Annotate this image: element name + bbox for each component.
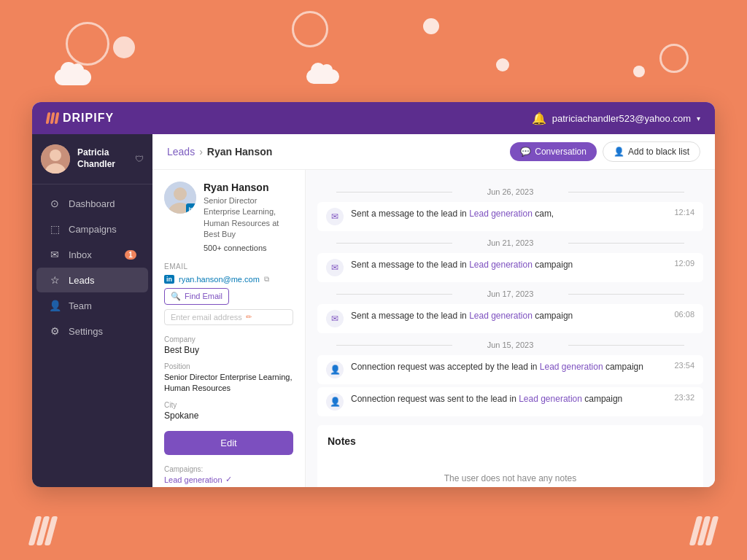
activity-text: Sent a message to the lead in Lead gener… [351, 259, 667, 271]
activity-text: Connection request was accepted by the l… [351, 361, 667, 373]
company-value: Best Buy [164, 345, 293, 355]
logo-stripes [47, 112, 58, 124]
sidebar-item-label: Campaigns [69, 224, 117, 235]
lead-profile-panel: in Ryan Hanson Senior Director Enterpris… [152, 170, 306, 487]
sidebar-nav: ⊙ Dashboard ⬚ Campaigns ✉ Inbox 1 ☆ Lead… [32, 184, 152, 487]
header-right: 🔔 patriciachandler523@yahoo.com ▾ [532, 112, 700, 125]
email-section-label: Email [164, 262, 293, 271]
user-slash-icon: 👤 [614, 147, 624, 157]
lead-avatar: in [164, 182, 196, 214]
logo-text: DRIPIFY [63, 112, 114, 125]
blacklist-label: Add to black list [628, 147, 689, 157]
campaigns-icon: ⬚ [48, 223, 61, 235]
sidebar-item-label: Team [69, 300, 92, 311]
message-icon: ✉ [326, 310, 344, 327]
breadcrumb-current: Ryan Hanson [207, 146, 272, 158]
logo: DRIPIFY [47, 112, 114, 125]
main-layout: Patricia Chandler 🛡 ⊙ Dashboard ⬚ Campai… [32, 134, 715, 487]
sidebar-item-label: Dashboard [69, 198, 115, 209]
inbox-icon: ✉ [48, 249, 61, 260]
edit-button[interactable]: Edit [164, 431, 293, 455]
city-label: City [164, 401, 293, 409]
campaign-link[interactable]: Lead generation [469, 311, 535, 321]
activity-item: 👤 Connection request was accepted by the… [317, 355, 703, 384]
search-icon: 🔍 [171, 292, 181, 301]
notes-empty-text: The user does not have any notes [342, 473, 678, 483]
dashboard-icon: ⊙ [48, 198, 61, 209]
sidebar-item-team[interactable]: 👤 Team [36, 293, 148, 318]
inbox-badge: 1 [125, 250, 136, 260]
copy-icon[interactable]: ⧉ [264, 275, 269, 284]
pencil-icon[interactable]: ✏ [246, 313, 252, 321]
sidebar-item-label: Leads [69, 275, 94, 286]
campaign-link[interactable]: Lead generation [519, 394, 584, 404]
sidebar-item-leads[interactable]: ☆ Leads [36, 268, 148, 292]
lead-title: Senior Director Enterprise Learning, Hum… [204, 195, 293, 241]
settings-icon: ⚙ [48, 325, 61, 337]
notes-empty: The user does not have any notes Add one… [328, 459, 693, 487]
chevron-down-icon[interactable]: ▾ [697, 114, 700, 122]
activity-panel: Jun 26, 2023 ✉ Sent a message to the lea… [306, 170, 715, 487]
leads-icon: ☆ [48, 274, 61, 286]
notes-section: Notes The user does not have any notes A… [317, 425, 703, 487]
message-icon: ✉ [326, 259, 344, 276]
lead-connections: 500+ connections [204, 244, 293, 252]
email-value: ryan.hanson@me.com [179, 275, 260, 284]
breadcrumb-separator: › [199, 146, 203, 158]
notes-title: Notes [328, 435, 693, 447]
activity-item: ✉ Sent a message to the lead in Lead gen… [317, 304, 703, 333]
enter-email-field[interactable]: Enter email address ✏ [164, 309, 293, 325]
sidebar-item-campaigns[interactable]: ⬚ Campaigns [36, 217, 148, 241]
conversation-icon: 💬 [520, 147, 531, 157]
activity-text: Sent a message to the lead in Lead gener… [351, 208, 667, 220]
find-email-button[interactable]: 🔍 Find Email [164, 288, 229, 305]
shield-icon: 🛡 [135, 154, 144, 164]
activity-item: ✉ Sent a message to the lead in Lead gen… [317, 202, 703, 231]
conversation-button[interactable]: 💬 Conversation [510, 142, 597, 161]
check-icon: ✓ [225, 475, 232, 484]
activity-time: 12:09 [674, 259, 694, 268]
linkedin-email-icon: in [164, 275, 174, 284]
activity-time: 06:08 [674, 310, 694, 319]
lead-info: Ryan Hanson Senior Director Enterprise L… [204, 182, 293, 252]
header-email: patriciachandler523@yahoo.com [552, 113, 691, 124]
connection-icon: 👤 [326, 361, 344, 378]
bottom-right-stripes [693, 516, 715, 545]
sidebar-item-inbox[interactable]: ✉ Inbox 1 [36, 242, 148, 267]
svg-point-4 [174, 187, 187, 201]
position-label: Position [164, 362, 293, 370]
date-separator-1: Jun 26, 2023 [317, 187, 703, 196]
team-icon: 👤 [48, 300, 61, 311]
header-actions: 💬 Conversation 👤 Add to black list [510, 141, 700, 162]
message-icon: ✉ [326, 208, 344, 225]
bottom-left-stripes [32, 516, 54, 545]
breadcrumb: Leads › Ryan Hanson [167, 146, 272, 158]
campaign-link[interactable]: Lead generation ✓ [164, 475, 293, 484]
app-container: DRIPIFY 🔔 patriciachandler523@yahoo.com … [32, 102, 715, 487]
company-label: Company [164, 335, 293, 343]
email-placeholder: Enter email address [171, 313, 242, 322]
sidebar-item-label: Settings [69, 326, 103, 337]
date-separator-3: Jun 17, 2023 [317, 289, 703, 298]
sidebar-item-settings[interactable]: ⚙ Settings [36, 319, 148, 343]
sidebar-item-dashboard[interactable]: ⊙ Dashboard [36, 191, 148, 216]
blacklist-button[interactable]: 👤 Add to black list [603, 141, 700, 162]
campaign-link[interactable]: Lead generation [469, 209, 535, 219]
city-value: Spokane [164, 411, 293, 421]
position-value: Senior Director Enterprise Learning, Hum… [164, 372, 293, 394]
activity-time: 12:14 [674, 208, 694, 217]
campaign-link[interactable]: Lead generation [469, 260, 535, 270]
find-email-label: Find Email [185, 292, 222, 300]
bell-icon[interactable]: 🔔 [532, 112, 546, 125]
app-header: DRIPIFY 🔔 patriciachandler523@yahoo.com … [32, 102, 715, 134]
breadcrumb-parent[interactable]: Leads [167, 146, 195, 158]
activity-time: 23:32 [674, 393, 694, 402]
email-row: in ryan.hanson@me.com ⧉ [164, 275, 293, 284]
content-header: Leads › Ryan Hanson 💬 Conversation 👤 Add… [152, 134, 715, 170]
campaign-link[interactable]: Lead generation [540, 362, 605, 372]
sidebar: Patricia Chandler 🛡 ⊙ Dashboard ⬚ Campai… [32, 134, 152, 487]
connection-icon: 👤 [326, 393, 344, 411]
svg-point-1 [50, 149, 61, 161]
campaigns-section: Campaigns: Lead generation ✓ [164, 465, 293, 484]
conversation-label: Conversation [535, 147, 587, 157]
